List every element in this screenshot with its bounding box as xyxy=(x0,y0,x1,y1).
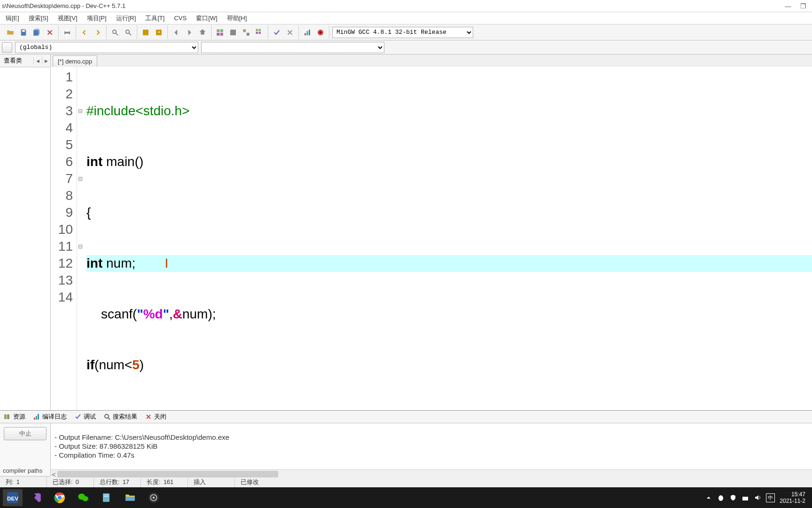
tray-up-icon[interactable] xyxy=(705,494,712,501)
rebuild-icon[interactable] xyxy=(254,27,265,38)
task-wechat[interactable] xyxy=(73,489,93,506)
menu-view[interactable]: 视图[V] xyxy=(53,12,82,24)
svg-rect-18 xyxy=(259,29,261,31)
svg-line-32 xyxy=(108,418,110,420)
svg-rect-23 xyxy=(309,30,310,35)
right-arrow-icon[interactable]: ▸ xyxy=(42,57,50,64)
task-chrome[interactable] xyxy=(50,489,70,506)
maximize-button[interactable]: ❐ xyxy=(796,1,810,11)
scope-select-member[interactable] xyxy=(201,42,384,53)
status-total-lines: 总行数:17 xyxy=(94,476,141,487)
log-icon xyxy=(33,413,40,421)
btab-compile-log[interactable]: 编译日志 xyxy=(30,411,70,423)
btab-close[interactable]: 关闭 xyxy=(142,411,169,423)
tray-penguin-icon[interactable] xyxy=(717,494,725,501)
svg-rect-27 xyxy=(7,414,9,419)
task-vs[interactable] xyxy=(26,489,46,506)
bottom-left: 中止 compiler paths xyxy=(0,423,51,478)
file-tab-demo[interactable]: [*] demo.cpp xyxy=(53,56,97,67)
output-pane[interactable]: - Output Filename: C:\Users\Neusoft\Desk… xyxy=(51,423,812,478)
menu-project[interactable]: 项目[P] xyxy=(82,12,111,24)
editor-area: [*] demo.cpp 1 2 3 4 5 6 7 8 9 10 11 12 … xyxy=(51,55,812,410)
svg-rect-12 xyxy=(217,32,219,35)
menu-tools[interactable]: 工具[T] xyxy=(141,12,169,24)
tray-ime[interactable]: 中 xyxy=(766,493,775,502)
menu-run[interactable]: 运行[R] xyxy=(111,12,141,24)
svg-rect-13 xyxy=(220,32,223,35)
fold-icon[interactable]: ⊟ xyxy=(77,170,84,187)
debug-icon[interactable] xyxy=(315,27,326,38)
compile-run-icon[interactable] xyxy=(241,27,252,38)
left-arrow-icon[interactable]: ◂ xyxy=(33,57,42,64)
task-notepad[interactable] xyxy=(97,489,117,506)
compile-icon[interactable] xyxy=(214,27,226,38)
task-explorer[interactable] xyxy=(120,489,140,506)
menu-cvs[interactable]: CVS xyxy=(169,13,191,24)
scope-nav-button[interactable] xyxy=(2,42,12,53)
nav-icon[interactable] xyxy=(197,27,208,38)
status-col: 列:1 xyxy=(0,476,47,487)
open-icon[interactable] xyxy=(5,27,16,38)
search-icon xyxy=(103,413,111,421)
goto-icon[interactable] xyxy=(153,27,164,38)
abort-button[interactable]: 中止 xyxy=(4,427,47,440)
menu-bar: 辑[E] 搜索[S] 视图[V] 项目[P] 运行[R] 工具[T] CVS 窗… xyxy=(0,12,812,24)
tray-clock[interactable]: 15:47 2021-11-2 xyxy=(780,491,805,505)
left-panel: 查看类 ◂ ▸ xyxy=(0,55,51,410)
print-icon[interactable] xyxy=(62,27,73,38)
menu-window[interactable]: 窗口[W] xyxy=(191,12,222,24)
code-body[interactable]: #include<stdio.h> int main() { int num; … xyxy=(84,67,812,410)
btab-search-results[interactable]: 搜索结果 xyxy=(101,411,140,423)
undo-icon[interactable] xyxy=(79,27,90,38)
system-tray: 中 15:47 2021-11-2 xyxy=(705,491,809,505)
fold-column: ⊟ ⊟ ⊟ xyxy=(77,67,84,410)
btab-resource[interactable]: 资源 xyxy=(1,411,28,423)
save-all-icon[interactable] xyxy=(31,27,42,38)
scrollbar-thumb[interactable] xyxy=(57,471,278,477)
profile-icon[interactable] xyxy=(302,27,313,38)
save-icon[interactable] xyxy=(18,27,29,38)
horizontal-scrollbar[interactable]: < xyxy=(51,469,812,478)
forward-icon[interactable] xyxy=(184,27,195,38)
svg-rect-39 xyxy=(103,493,109,502)
status-selected: 已选择:0 xyxy=(47,476,94,487)
code-editor[interactable]: 1 2 3 4 5 6 7 8 9 10 11 12 13 14 ⊟ ⊟ xyxy=(51,67,812,410)
tray-volume-icon[interactable] xyxy=(754,494,761,501)
tray-network-icon[interactable] xyxy=(742,494,749,501)
taskbar: DEV 中 15:47 2021-11-2 xyxy=(0,487,812,508)
redo-icon[interactable] xyxy=(92,27,103,38)
status-insert: 插入 xyxy=(188,476,235,487)
task-devcpp[interactable]: DEV xyxy=(3,489,23,506)
btab-debug[interactable]: 调试 xyxy=(71,411,99,423)
bookmark-icon[interactable] xyxy=(140,27,151,38)
svg-rect-26 xyxy=(4,414,7,419)
fold-icon[interactable]: ⊟ xyxy=(77,238,84,255)
fold-icon[interactable]: ⊟ xyxy=(77,103,84,119)
compiler-select[interactable]: MinGW GCC 4.8.1 32-bit Release xyxy=(332,27,473,38)
menu-search[interactable]: 搜索[S] xyxy=(24,12,53,24)
tray-security-icon[interactable] xyxy=(729,494,737,501)
cancel-icon[interactable] xyxy=(284,27,296,38)
svg-rect-16 xyxy=(247,32,250,35)
menu-edit[interactable]: 辑[E] xyxy=(1,12,24,24)
tab-classes[interactable]: 查看类 xyxy=(0,55,26,67)
svg-point-45 xyxy=(153,497,155,499)
replace-icon[interactable] xyxy=(123,27,134,38)
status-modified: 已修改 xyxy=(235,476,282,487)
minimize-button[interactable]: — xyxy=(781,1,795,11)
svg-rect-15 xyxy=(243,29,246,32)
scope-select-globals[interactable]: (globals) xyxy=(15,42,198,53)
status-length: 长度:161 xyxy=(141,476,188,487)
task-obs[interactable] xyxy=(144,489,164,506)
close-file-icon[interactable] xyxy=(44,27,55,38)
find-icon[interactable] xyxy=(109,27,121,38)
svg-rect-30 xyxy=(38,414,39,420)
title-text: s\Neusoft\Desktop\demo.cpp - Dev-C++ 5.7… xyxy=(2,2,125,9)
check-icon[interactable] xyxy=(271,27,282,38)
title-bar: s\Neusoft\Desktop\demo.cpp - Dev-C++ 5.7… xyxy=(0,0,812,12)
menu-help[interactable]: 帮助[H] xyxy=(222,12,252,24)
svg-rect-21 xyxy=(304,33,306,35)
svg-rect-3 xyxy=(65,33,69,36)
back-icon[interactable] xyxy=(171,27,182,38)
run-icon[interactable] xyxy=(227,27,239,38)
